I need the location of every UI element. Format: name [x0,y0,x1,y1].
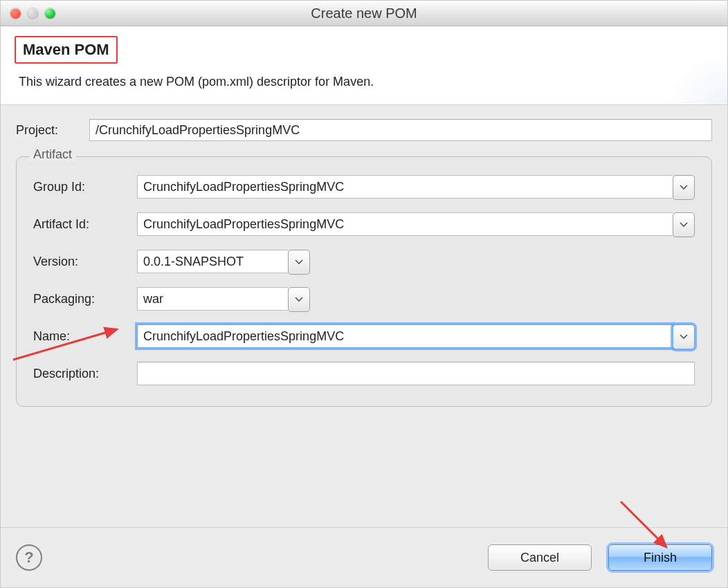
name-dropdown-button[interactable] [673,324,695,349]
packaging-combo[interactable] [137,287,310,311]
artifact-legend: Artifact [29,147,76,162]
window-title: Create new POM [1,6,727,21]
help-icon[interactable]: ? [16,544,42,571]
description-input[interactable] [137,362,695,385]
packaging-label: Packaging: [33,292,137,306]
groupid-combo[interactable] [137,175,695,199]
packaging-dropdown-button[interactable] [288,287,310,312]
finish-button[interactable]: Finish [608,544,712,571]
groupid-row: Group Id: [33,175,695,199]
wizard-banner: Maven POM This wizard creates a new POM … [1,26,727,105]
artifact-group: Artifact Group Id: Artifact Id: [16,156,712,407]
name-row: Name: [33,324,695,348]
name-input[interactable] [137,324,673,348]
cancel-button[interactable]: Cancel [488,544,592,571]
zoom-icon[interactable] [45,8,55,19]
artifactid-dropdown-button[interactable] [673,212,695,237]
groupid-input[interactable] [137,175,673,199]
wizard-heading: Maven POM [15,36,118,64]
chevron-down-icon [295,297,303,302]
window-controls [10,8,55,19]
button-bar: ? Cancel Finish [1,527,727,587]
version-combo[interactable] [137,250,310,273]
packaging-input[interactable] [137,287,288,311]
dialog-window: Create new POM Maven POM This wizard cre… [0,0,728,588]
groupid-label: Group Id: [33,180,137,194]
packaging-row: Packaging: [33,287,695,311]
version-input[interactable] [137,250,288,273]
chevron-down-icon [680,334,688,340]
minimize-icon[interactable] [28,8,38,19]
project-label: Project: [16,123,89,138]
close-icon[interactable] [10,8,21,19]
wizard-body: Project: Artifact Group Id: Artifact Id: [1,105,727,527]
description-label: Description: [33,367,137,381]
title-bar: Create new POM [1,1,727,26]
chevron-down-icon [295,259,303,265]
version-label: Version: [33,255,137,269]
name-label: Name: [33,329,137,344]
description-row: Description: [33,362,695,385]
artifactid-label: Artifact Id: [33,217,137,232]
chevron-down-icon [680,222,688,228]
name-combo[interactable] [137,324,695,348]
wizard-subtext: This wizard creates a new POM (pom.xml) … [19,75,708,89]
project-row: Project: [16,119,712,141]
artifactid-row: Artifact Id: [33,212,695,236]
groupid-dropdown-button[interactable] [673,175,695,200]
version-row: Version: [33,250,695,273]
version-dropdown-button[interactable] [288,250,310,275]
project-input[interactable] [89,119,712,141]
chevron-down-icon [680,185,688,190]
artifactid-input[interactable] [137,212,673,236]
artifactid-combo[interactable] [137,212,695,236]
